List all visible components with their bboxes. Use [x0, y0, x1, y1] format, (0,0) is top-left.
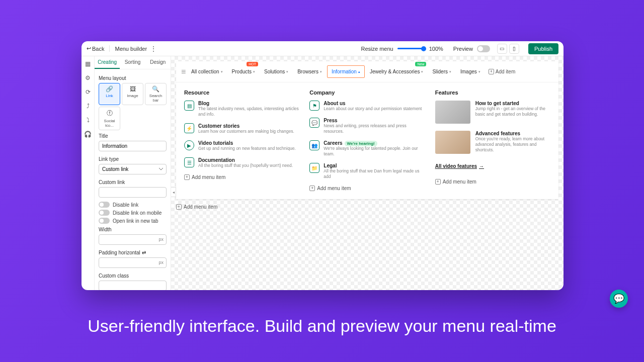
preview-toggle[interactable] [477, 45, 490, 52]
rail-download-icon[interactable]: ⤵ [85, 117, 92, 124]
resize-slider[interactable] [397, 48, 425, 49]
topbar: ↩ Back Menu builder ⋮ Resize menu 100% P… [82, 41, 564, 56]
all-video-link[interactable]: All video features→ [435, 163, 484, 169]
add-item-bottom[interactable]: +Add menu item [176, 204, 558, 210]
layout-link[interactable]: 🔗Link [99, 83, 120, 105]
preview-label: Preview [453, 46, 473, 52]
play-icon: ▶ [184, 140, 194, 150]
row-about[interactable]: ⚑About usLearn about our story and our p… [309, 101, 425, 112]
disable-mobile-toggle[interactable] [99, 210, 110, 216]
linktype-select[interactable]: Custom link [99, 164, 167, 174]
rail-grid-icon[interactable]: ▦ [85, 60, 92, 67]
resource-heading: Resource [184, 89, 299, 96]
swap-icon[interactable]: ⇄ [142, 250, 146, 255]
row-careers[interactable]: 👥CareersWe're hearing!We're always looki… [309, 140, 425, 157]
publish-button[interactable]: Publish [528, 43, 558, 54]
tab-design[interactable]: Design [145, 56, 171, 69]
back-icon: ↩ [87, 45, 91, 52]
tab-creating[interactable]: Creating [95, 56, 120, 69]
mega-panel: Resource ▤BlogThe latest industry news, … [176, 82, 558, 199]
menu-all-collection[interactable]: All collection▾ [187, 66, 227, 77]
add-item-resource[interactable]: +Add menu item [184, 174, 299, 180]
disable-link-toggle[interactable] [99, 202, 110, 208]
menu-images[interactable]: Images▾ [456, 66, 485, 77]
back-label: Back [92, 46, 104, 52]
menu-bar: All collection▾ Products▾HOT Solutions▾ … [176, 61, 558, 199]
image-icon: 🖼 [123, 85, 142, 93]
icon-rail: ▦ ⚙ ⟳ ⤴ ⤵ 🎧 [82, 56, 95, 290]
resize-label: Resize menu [361, 46, 393, 52]
menu-products[interactable]: Products▾HOT [228, 66, 259, 77]
rail-sync-icon[interactable]: ⟳ [85, 88, 92, 96]
company-heading: Company [309, 89, 425, 96]
chat-icon: 💬 [309, 118, 319, 128]
add-top-item[interactable]: +Add item [486, 67, 518, 76]
rail-upload-icon[interactable]: ⤴ [85, 103, 92, 110]
menu-sliders[interactable]: Sliders▾ [428, 66, 455, 77]
back-button[interactable]: ↩ Back [87, 45, 110, 52]
app-window: ↩ Back Menu builder ⋮ Resize menu 100% P… [82, 41, 564, 290]
menu-information[interactable]: Information▴ [327, 65, 365, 78]
add-item-features[interactable]: +Add menu item [435, 179, 550, 185]
bolt-icon: ⚡ [184, 123, 194, 133]
padding-label: Padding horizontal ⇄ [99, 250, 167, 255]
customlink-input[interactable] [99, 187, 167, 198]
title-label: Title [99, 133, 167, 139]
side-panel: Creating Sorting Design Menu layout 🔗Lin… [95, 56, 171, 290]
layout-image[interactable]: 🖼Image [122, 83, 143, 105]
hero-text: User-friendly interface. Build and previ… [0, 316, 644, 336]
search-icon: 🔍 [146, 85, 165, 93]
col-company: Company ⚑About usLearn about our story a… [309, 89, 425, 191]
col-features: Features How to get startedJump right in… [435, 89, 550, 191]
row-blog[interactable]: ▤BlogThe latest industry news, updates, … [184, 101, 299, 117]
flag-icon: ⚑ [309, 101, 319, 111]
feature-advanced[interactable]: Advanced featuresOnce you're ready, lear… [435, 131, 550, 154]
layout-search[interactable]: 🔍Search bar [145, 83, 167, 105]
width-input[interactable] [99, 234, 167, 245]
menu-solutions[interactable]: Solutions▾ [260, 66, 292, 77]
chat-icon: 💬 [613, 293, 624, 304]
feature-img-2 [435, 131, 470, 154]
tab-sorting[interactable]: Sorting [120, 56, 145, 69]
col-resource: Resource ▤BlogThe latest industry news, … [184, 89, 299, 191]
feature-getstarted[interactable]: How to get startedJump right in - get an… [435, 101, 550, 124]
collapse-handle[interactable]: ◂ [171, 187, 176, 197]
preview-area: ◂ All collection▾ Products▾HOT Solutions… [171, 56, 564, 290]
layout-social[interactable]: ⓕSocial ico... [99, 107, 120, 130]
row-press[interactable]: 💬PressNews and writing, press releases a… [309, 118, 425, 134]
width-label: Width [99, 227, 167, 232]
title-input[interactable] [99, 141, 167, 151]
customlink-label: Custom link [99, 179, 167, 185]
panel-tabs: Creating Sorting Design [95, 56, 171, 69]
rail-gear-icon[interactable]: ⚙ [85, 74, 92, 81]
hamburger-icon[interactable] [181, 67, 186, 76]
facebook-icon: ⓕ [100, 109, 119, 118]
newtab-toggle[interactable] [99, 218, 110, 224]
row-docs[interactable]: ☰DocumentationAll the boring stuff that … [184, 157, 299, 168]
mobile-icon[interactable]: ▯ [509, 44, 519, 54]
padding-input[interactable] [99, 257, 167, 268]
link-icon: 🔗 [100, 85, 119, 93]
file-icon: ☰ [184, 157, 194, 167]
chat-fab[interactable]: 💬 [610, 290, 628, 308]
desktop-icon[interactable]: ▭ [497, 44, 507, 54]
row-video[interactable]: ▶Video tutorialsGet up and running on ne… [184, 140, 299, 151]
breadcrumb-label: Menu builder [115, 46, 147, 52]
breadcrumb: Menu builder ⋮ [110, 45, 157, 53]
feature-img-1 [435, 101, 470, 124]
folder-icon: 📁 [309, 163, 319, 173]
row-legal[interactable]: 📁LegalAll the boring stuff that we Dan f… [309, 163, 425, 179]
breadcrumb-menu[interactable]: ⋮ [150, 45, 157, 53]
customclass-label: Custom class [99, 273, 167, 279]
row-stories[interactable]: ⚡Customer storiesLearn how our customers… [184, 123, 299, 134]
linktype-label: Link type [99, 156, 167, 162]
menu-layout-label: Menu layout [99, 75, 167, 81]
people-icon: 👥 [309, 140, 319, 150]
doc-icon: ▤ [184, 101, 194, 111]
menu-jewelry[interactable]: Jewelry & Accessories▾New [366, 66, 427, 77]
menu-browsers[interactable]: Browsers▾ [293, 66, 326, 77]
add-item-company[interactable]: +Add menu item [309, 186, 425, 191]
rail-headphones-icon[interactable]: 🎧 [85, 131, 92, 138]
features-heading: Features [435, 89, 550, 96]
customclass-input[interactable] [99, 281, 167, 290]
